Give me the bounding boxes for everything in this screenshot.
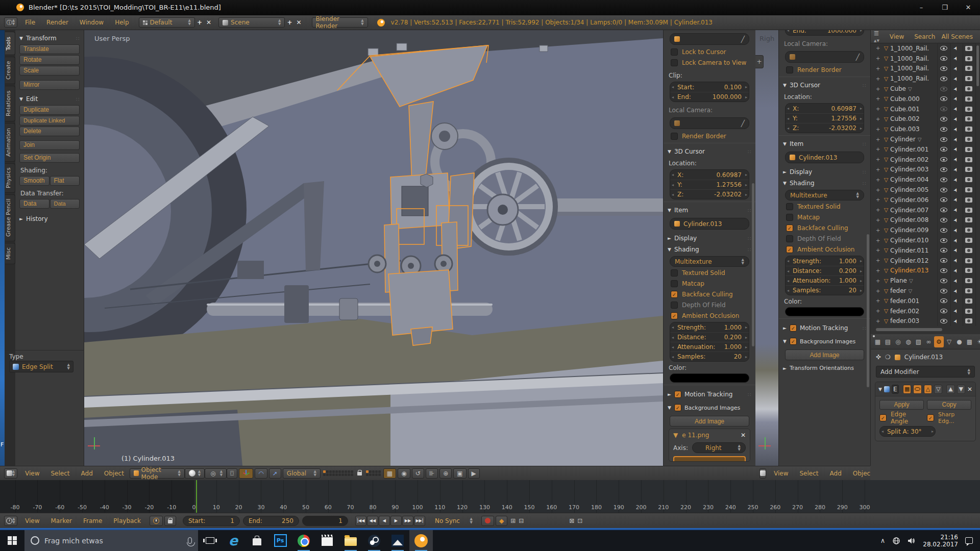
sync-dropdown[interactable]: No Sync▲▼ — [429, 516, 478, 526]
item-panel-header[interactable]: ▼Item∷ — [664, 204, 755, 215]
pivot-dropdown[interactable]: ◎▲▼ — [205, 468, 227, 479]
render-restrict-icon[interactable] — [965, 258, 972, 263]
expand-icon[interactable]: + — [876, 288, 882, 294]
object-name[interactable]: 1_1000_Rail.0 — [890, 65, 929, 72]
maximize-button[interactable]: ❒ — [933, 0, 957, 15]
cursor-x-field[interactable]: X:0.60987 — [670, 170, 749, 180]
render-visibility-toggle[interactable]: ▦ — [903, 385, 911, 394]
select-restrict-icon[interactable]: ➤ — [952, 146, 959, 153]
render-restrict-icon[interactable] — [965, 238, 972, 243]
object-name[interactable]: feder.001 — [890, 297, 919, 305]
taskbar-app-task-view[interactable] — [198, 530, 222, 551]
outliner-item-1_1000_Rail.0[interactable]: +▽1_1000_Rail.0➤ — [871, 64, 980, 74]
object-name[interactable]: feder.003 — [890, 317, 919, 324]
object-name[interactable]: Cube.001 — [890, 106, 920, 113]
cursor-panel-header[interactable]: ▼3D Cursor∷ — [779, 79, 870, 90]
keying-set-button[interactable]: ◆ — [496, 516, 507, 526]
menu-file[interactable]: File — [25, 19, 35, 26]
open-image-button-partial[interactable] — [673, 456, 746, 461]
backface-culling-checkbox[interactable]: ✓Backface Culling — [671, 290, 748, 299]
select-restrict-icon[interactable]: ➤ — [952, 177, 959, 183]
menu-object[interactable]: Object — [853, 470, 870, 477]
menu-add[interactable]: Add — [81, 470, 93, 477]
object-name[interactable]: Cube — [890, 85, 906, 92]
select-restrict-icon[interactable]: ➤ — [952, 247, 959, 254]
textured-solid-checkbox[interactable]: Textured Solid — [671, 268, 748, 278]
opengl-anim-button[interactable]: ▶ — [468, 468, 480, 479]
menu-marker[interactable]: Marker — [51, 517, 71, 524]
transform-header[interactable]: Transform — [26, 35, 57, 42]
snap-toggle[interactable]: ↺ — [412, 468, 424, 479]
object-name[interactable]: Cube.000 — [890, 95, 920, 103]
render-restrict-icon[interactable] — [965, 228, 972, 233]
editor-type-icon[interactable]: ⓘ▲▼ — [4, 17, 17, 28]
select-restrict-icon[interactable]: ➤ — [952, 86, 959, 92]
outliner-item-Cylinder[interactable]: +▽Cylinder▽➤ — [871, 134, 980, 144]
outliner-item-Cube[interactable]: +▽Cube▽➤ — [871, 84, 980, 94]
menu-view[interactable]: View — [25, 517, 39, 524]
menu-view[interactable]: View — [25, 470, 39, 477]
properties-tab-object[interactable]: ▧ — [914, 336, 923, 347]
sharp-edges-checkbox[interactable]: ✓Sharp Edg... — [927, 413, 971, 422]
outliner-item-feder.002[interactable]: +▽feder.002➤ — [871, 306, 980, 316]
opengl-render-button[interactable]: ▣ — [453, 468, 466, 479]
render-restrict-icon[interactable] — [965, 46, 972, 51]
playback-play-button[interactable]: ▶ — [390, 516, 402, 526]
expand-icon[interactable]: + — [876, 187, 882, 193]
background-images-header[interactable]: ▼✓Background Images — [779, 334, 870, 347]
transform-orientations-header[interactable]: ►Transform Orientations — [779, 362, 870, 373]
render-restrict-icon[interactable] — [965, 187, 972, 192]
timeline-playhead[interactable] — [196, 480, 197, 513]
history-header[interactable]: History — [26, 215, 48, 222]
panel-scrollbar[interactable] — [752, 183, 754, 346]
lock-camera-checkbox[interactable]: Lock Camera to View — [671, 58, 748, 67]
collapse-icon[interactable]: ▼ — [673, 432, 678, 439]
viewport-3d-second[interactable] — [755, 30, 778, 466]
menu-window[interactable]: Window — [80, 19, 104, 26]
outliner-item-Cylinder.011[interactable]: +▽Cylinder.011➤ — [871, 245, 980, 256]
taskbar-app-steam[interactable] — [362, 530, 386, 551]
cursor-y-field[interactable]: Y:1.27556 — [670, 180, 749, 189]
render-restrict-icon[interactable] — [965, 208, 972, 213]
outliner-item-Cylinder.005[interactable]: +▽Cylinder.005➤ — [871, 185, 980, 195]
scene-selector[interactable]: Scene ▲▼ — [218, 17, 285, 28]
object-name[interactable]: 1_1000_Rail.0 — [890, 45, 929, 52]
select-restrict-icon[interactable]: ➤ — [952, 237, 959, 243]
outliner-item-Cylinder.007[interactable]: +▽Cylinder.007➤ — [871, 205, 980, 215]
cursor-z-field[interactable]: Z:-2.03202 — [670, 189, 749, 199]
properties-tab-texture[interactable]: ▩ — [965, 336, 974, 347]
taskbar-app-store[interactable] — [245, 530, 268, 551]
outliner-item-Cube.002[interactable]: +▽Cube.002➤ — [871, 114, 980, 124]
scene-delete-button[interactable]: ✕ — [296, 19, 301, 26]
render-restrict-icon[interactable] — [965, 76, 972, 81]
eye-icon[interactable] — [940, 279, 947, 283]
properties-tab-render-layers[interactable]: ▤ — [883, 336, 893, 347]
select-restrict-icon[interactable]: ➤ — [952, 45, 959, 52]
outliner-item-Cylinder.008[interactable]: +▽Cylinder.008➤ — [871, 215, 980, 226]
expand-icon[interactable]: + — [876, 66, 882, 71]
eyedropper-icon[interactable]: ╱ — [741, 120, 745, 127]
select-restrict-icon[interactable]: ➤ — [952, 217, 959, 223]
properties-tab-modifiers[interactable]: ⚙ — [934, 336, 944, 347]
render-restrict-icon[interactable] — [965, 127, 972, 132]
editor-type-icon[interactable] — [760, 468, 766, 479]
object-name[interactable]: Cylinder.005 — [890, 186, 928, 193]
ao-color-swatch[interactable] — [670, 373, 749, 383]
editor-type-icon[interactable]: ▲▼ — [4, 468, 17, 479]
local-camera-field[interactable]: ╱ — [785, 51, 864, 63]
screen-layout-selector[interactable]: Default ▲▼ — [139, 17, 195, 28]
expand-icon[interactable]: + — [876, 318, 882, 324]
outliner-item-Cylinder.002[interactable]: +▽Cylinder.002➤ — [871, 155, 980, 165]
rotate-button[interactable]: Rotate — [19, 55, 80, 65]
ao-samples-field[interactable]: Samples:20 — [786, 285, 864, 295]
outliner-item-Cylinder.010[interactable]: +▽Cylinder.010➤ — [871, 235, 980, 245]
manipulator-translate-toggle[interactable] — [239, 468, 253, 479]
render-restrict-icon[interactable] — [965, 147, 972, 152]
eye-icon[interactable] — [940, 77, 947, 81]
playback-play-reverse-button[interactable]: ◀ — [379, 516, 390, 526]
properties-tab-constraints[interactable]: ∞ — [924, 336, 934, 347]
depth-of-field-checkbox[interactable]: Depth Of Field — [671, 300, 748, 310]
select-restrict-icon[interactable]: ➤ — [952, 166, 959, 172]
outliner-item-Cylinder.006[interactable]: +▽Cylinder.006➤ — [871, 195, 980, 205]
expand-icon[interactable]: + — [876, 127, 882, 132]
